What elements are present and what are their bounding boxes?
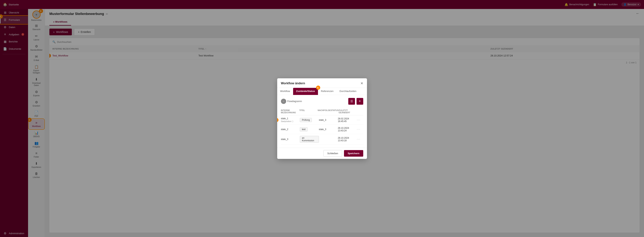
state-2-dots-button[interactable]: ···	[357, 128, 360, 131]
modal-title: Workflow ändern	[281, 82, 305, 85]
state-1-dots-button[interactable]: ···	[357, 118, 360, 122]
state-2-date: 28.10.2024 13:43:24	[338, 127, 357, 132]
state-3-id: state_3	[281, 138, 300, 141]
state-1-actions: ···	[357, 118, 363, 122]
state-2-titel: test	[300, 127, 319, 131]
modal-action-buttons: ☰ +	[348, 98, 363, 105]
states-table: INTERNE BEZEICHNUNG TITEL NACHFOLGESTATU…	[281, 108, 363, 145]
modal-close-action-button[interactable]: Schließen	[324, 150, 342, 157]
filter-button[interactable]: ☰	[348, 98, 355, 105]
state-1-id: state_1 Startposition ⓘ	[281, 117, 300, 123]
sh-interne-bezeichnung: INTERNE BEZEICHNUNG	[281, 109, 299, 114]
state-3-id-label: state_3	[281, 138, 300, 141]
state-3-tag: an Kommission	[300, 136, 319, 143]
sh-actions	[357, 109, 363, 114]
modal-tab-zustaende[interactable]: 5. Zustände/Status	[293, 88, 318, 95]
modal-tabs: Workflow 5. Zustände/Status Referenzen D…	[277, 88, 367, 95]
modal-tab-workflow[interactable]: Workflow	[277, 88, 293, 95]
flowdiagram-section: ○ Flowdiagramm ☰ +	[281, 98, 363, 105]
state-2-tag: test	[300, 127, 308, 131]
state-row-1: 6. state_1 Startposition ⓘ Prüfung state…	[281, 115, 363, 125]
state-3-titel: an Kommission	[300, 136, 319, 143]
flowdiagram-link[interactable]: ○ Flowdiagramm	[281, 99, 302, 104]
flowdiagram-icon: ○	[281, 99, 286, 104]
state-1-startbadge: Startposition ⓘ	[281, 120, 300, 123]
state-1-date: 28.02.2024 16:45:45	[338, 117, 357, 123]
state-1-titel: Prüfung	[300, 118, 319, 122]
info-icon: ⓘ	[292, 120, 294, 123]
modal-overlay: Workflow ändern ✕ Workflow 5. Zustände/S…	[0, 0, 644, 237]
annotation-6: 6.	[277, 118, 278, 122]
annotation-5: 5.	[316, 86, 320, 90]
modal-close-button[interactable]: ✕	[360, 81, 363, 85]
state-3-actions: ···	[357, 138, 363, 141]
state-1-tag: Prüfung	[300, 118, 312, 122]
state-row-2: state_2 test state_3 28.10.2024 13:43:24…	[281, 125, 363, 134]
modal-tab-durchlaufzeiten[interactable]: Durchlaufzeiten	[336, 88, 359, 95]
modal-body: ○ Flowdiagramm ☰ + INTERNE BEZEICHNUNG T…	[277, 95, 367, 148]
state-2-id: state_2	[281, 128, 300, 131]
modal-save-button[interactable]: Speichern	[344, 150, 363, 157]
state-3-dots-button[interactable]: ···	[357, 138, 360, 141]
sh-titel: TITEL	[299, 109, 318, 114]
sh-zuletzt-geaendert: ZULETZT GEÄNDERT	[338, 109, 357, 114]
start-badge-label: Startposition	[281, 120, 292, 122]
state-2-actions: ···	[357, 128, 363, 131]
sh-nachfolgestatus: NACHFOLGESTATUS	[318, 109, 338, 114]
states-header: INTERNE BEZEICHNUNG TITEL NACHFOLGESTATU…	[281, 108, 363, 115]
state-1-nachfolge: state_3	[319, 119, 338, 121]
state-3-date: 28.10.2024 13:43:18	[338, 137, 357, 142]
modal-footer: Schließen Speichern	[277, 148, 367, 159]
flowdiagram-label: Flowdiagramm	[287, 100, 302, 103]
workflow-modal: Workflow ändern ✕ Workflow 5. Zustände/S…	[277, 78, 367, 159]
modal-tab-referenzen[interactable]: Referenzen	[318, 88, 336, 95]
state-2-id-label: state_2	[281, 128, 300, 131]
state-2-nachfolge: state_3	[319, 128, 338, 131]
state-1-id-label: state_1	[281, 117, 300, 120]
add-state-button[interactable]: +	[356, 98, 363, 105]
modal-header: Workflow ändern ✕	[277, 78, 367, 88]
state-row-3: state_3 an Kommission 28.10.2024 13:43:1…	[281, 134, 363, 145]
